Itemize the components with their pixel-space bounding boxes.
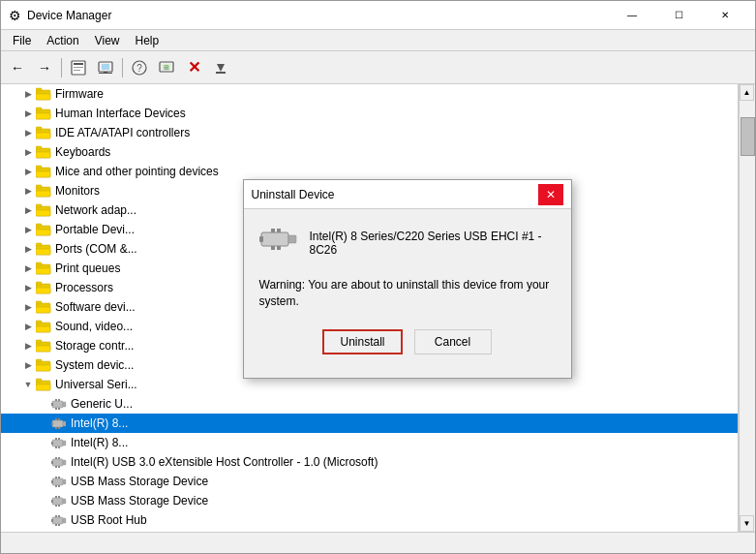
tree-toggle[interactable] bbox=[36, 435, 51, 450]
help-button[interactable]: ? bbox=[127, 55, 152, 80]
tree-item[interactable]: ▶ IDE ATA/ATAPI controllers bbox=[1, 123, 738, 142]
tree-item[interactable]: ▶ Human Interface Devices bbox=[1, 104, 738, 123]
menu-view[interactable]: View bbox=[87, 32, 128, 49]
tree-toggle[interactable] bbox=[36, 416, 51, 431]
tree-node-icon bbox=[36, 280, 51, 295]
scrollbar-thumb[interactable] bbox=[741, 117, 755, 156]
scan-button[interactable]: ⊞ bbox=[154, 55, 179, 80]
properties-button[interactable] bbox=[66, 55, 91, 80]
svg-rect-63 bbox=[51, 403, 53, 406]
svg-rect-86 bbox=[55, 457, 57, 459]
close-button[interactable]: ✕ bbox=[703, 1, 747, 30]
menu-action[interactable]: Action bbox=[39, 32, 86, 49]
tree-node-icon bbox=[51, 435, 67, 450]
update-driver-button[interactable] bbox=[93, 55, 118, 80]
main-content: ▶ Firmware ▶ Human Interface Devices ▶ bbox=[1, 84, 755, 532]
uninstall-dialog: Uninstall Device ✕ bbox=[243, 179, 572, 379]
tree-item[interactable]: USB Mass Storage Device bbox=[1, 472, 738, 491]
tree-item[interactable]: USB Root Hub bbox=[1, 510, 738, 530]
tree-item[interactable]: Intel(R) 8... bbox=[1, 414, 738, 433]
tree-toggle[interactable]: ▶ bbox=[20, 125, 36, 140]
svg-rect-88 bbox=[55, 466, 57, 468]
tree-toggle[interactable]: ▶ bbox=[20, 164, 36, 179]
tree-item[interactable]: Intel(R) 8... bbox=[1, 433, 738, 452]
svg-rect-33 bbox=[36, 204, 42, 207]
tree-item[interactable]: ▶ Keyboards bbox=[1, 142, 738, 162]
tree-item[interactable]: Generic U... bbox=[1, 394, 738, 414]
tree-toggle[interactable]: ▶ bbox=[20, 222, 36, 237]
svg-rect-45 bbox=[36, 282, 42, 285]
tree-item[interactable]: ▶ Mice and other pointing devices bbox=[1, 162, 738, 181]
svg-rect-37 bbox=[36, 230, 50, 235]
toolbar: ← → ? bbox=[1, 51, 755, 84]
dialog-title: Uninstall Device bbox=[252, 188, 335, 201]
svg-rect-18 bbox=[36, 108, 42, 110]
svg-rect-49 bbox=[36, 307, 50, 313]
svg-rect-83 bbox=[52, 459, 63, 466]
tree-toggle[interactable] bbox=[36, 493, 51, 508]
svg-rect-52 bbox=[36, 326, 50, 332]
tree-node-label: Portable Devi... bbox=[55, 223, 135, 236]
tree-item[interactable]: Intel(R) USB 3.0 eXtensible Host Control… bbox=[1, 452, 738, 472]
tree-toggle[interactable]: ▶ bbox=[20, 144, 36, 160]
tree-toggle[interactable]: ▶ bbox=[20, 280, 36, 295]
toolbar-separator-1 bbox=[61, 58, 62, 77]
svg-rect-28 bbox=[36, 171, 50, 177]
disable-button[interactable]: ✕ bbox=[181, 55, 206, 80]
tree-item[interactable]: USB Mass Storage Device bbox=[1, 491, 738, 510]
tree-toggle[interactable]: ▼ bbox=[20, 377, 36, 392]
svg-rect-36 bbox=[36, 224, 42, 227]
svg-rect-40 bbox=[36, 249, 50, 255]
tree-node-label: Monitors bbox=[55, 184, 100, 198]
svg-rect-68 bbox=[58, 408, 60, 410]
tree-toggle[interactable]: ▶ bbox=[20, 357, 36, 373]
tree-node-label: Firmware bbox=[55, 87, 104, 101]
svg-rect-77 bbox=[51, 442, 53, 445]
tree-toggle[interactable] bbox=[36, 474, 51, 489]
dialog-body: Intel(R) 8 Series/C220 Series USB EHCI #… bbox=[244, 209, 571, 378]
menu-help[interactable]: Help bbox=[128, 32, 167, 49]
scrollbar-vertical[interactable]: ▲ ▼ bbox=[739, 84, 755, 532]
svg-rect-13 bbox=[216, 72, 226, 74]
svg-rect-66 bbox=[58, 399, 60, 401]
svg-rect-46 bbox=[36, 288, 50, 293]
tree-toggle[interactable] bbox=[36, 512, 51, 528]
tree-node-label: Sound, video... bbox=[55, 320, 133, 333]
uninstall-button[interactable]: Uninstall bbox=[322, 329, 402, 354]
tree-toggle[interactable]: ▶ bbox=[20, 183, 36, 199]
tree-toggle[interactable]: ▶ bbox=[20, 202, 36, 218]
tree-toggle[interactable]: ▶ bbox=[20, 261, 36, 276]
tree-toggle[interactable]: ▶ bbox=[20, 338, 36, 354]
back-button[interactable]: ← bbox=[5, 55, 30, 80]
maximize-button[interactable]: ☐ bbox=[656, 1, 701, 30]
svg-rect-65 bbox=[55, 399, 57, 401]
minimize-button[interactable]: — bbox=[610, 1, 654, 30]
tree-item[interactable]: ▶ Firmware bbox=[1, 84, 738, 104]
tree-toggle[interactable]: ▶ bbox=[20, 241, 36, 257]
tree-node-icon bbox=[36, 164, 51, 179]
dialog-device-row: Intel(R) 8 Series/C220 Series USB EHCI #… bbox=[259, 225, 556, 262]
dialog-close-button[interactable]: ✕ bbox=[538, 184, 563, 205]
svg-rect-102 bbox=[55, 505, 57, 507]
tree-toggle[interactable] bbox=[36, 396, 51, 412]
svg-rect-131 bbox=[277, 246, 281, 250]
svg-rect-105 bbox=[51, 519, 53, 522]
tree-node-label: Intel(R) USB 3.0 eXtensible Host Control… bbox=[71, 455, 378, 469]
window-title: Device Manager bbox=[27, 9, 111, 22]
tree-node-icon bbox=[51, 474, 67, 489]
tree-toggle[interactable] bbox=[36, 454, 51, 470]
menu-file[interactable]: File bbox=[5, 32, 39, 49]
forward-button[interactable]: → bbox=[32, 55, 57, 80]
tree-toggle[interactable]: ▶ bbox=[20, 86, 36, 102]
cancel-button[interactable]: Cancel bbox=[414, 329, 492, 354]
tree-item[interactable]: USB Root Hub bbox=[1, 530, 738, 532]
svg-rect-74 bbox=[55, 427, 57, 429]
svg-rect-75 bbox=[58, 427, 60, 429]
svg-rect-98 bbox=[51, 500, 53, 503]
svg-rect-30 bbox=[36, 185, 42, 188]
tree-toggle[interactable]: ▶ bbox=[20, 299, 36, 315]
svg-rect-25 bbox=[36, 152, 50, 158]
tree-toggle[interactable]: ▶ bbox=[20, 106, 36, 121]
uninstall-toolbar-button[interactable] bbox=[208, 55, 233, 80]
tree-toggle[interactable]: ▶ bbox=[20, 319, 36, 334]
